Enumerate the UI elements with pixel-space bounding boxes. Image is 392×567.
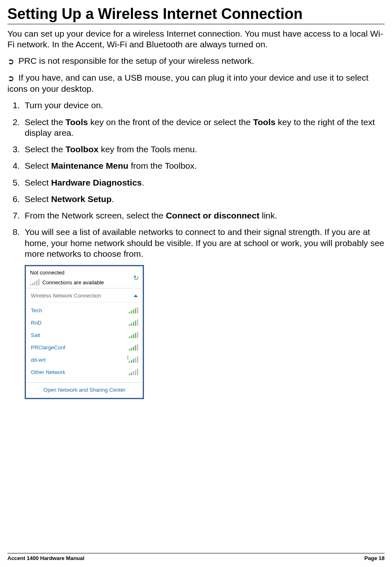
signal-strength-icon [129, 369, 138, 375]
chevron-up-icon [134, 295, 138, 297]
signal-strength-icon [129, 344, 138, 351]
refresh-icon[interactable]: ↻ [133, 275, 139, 281]
network-item[interactable]: Other Network [31, 366, 138, 378]
network-item[interactable]: dd-wrt! [31, 353, 138, 366]
step-4: Select Maintenance Menu from the Toolbox… [22, 160, 385, 171]
network-name: Salt [31, 332, 40, 338]
arrow-right-icon: ➲ [7, 73, 14, 84]
intro-paragraph: You can set up your device for a wireles… [7, 28, 385, 50]
network-name: dd-wrt [31, 357, 46, 363]
network-item[interactable]: Tech [31, 304, 138, 316]
network-item[interactable]: PRClargeConf [31, 341, 138, 353]
step-6: Select Network Setup. [22, 194, 385, 204]
open-network-center-link[interactable]: Open Network and Sharing Center [27, 382, 142, 397]
note-1-text: PRC is not responsible for the setup of … [19, 56, 254, 65]
step-2: Select the Tools key on the front of the… [22, 117, 385, 139]
arrow-right-icon: ➲ [7, 56, 14, 67]
network-flyout: Not connected Connections are available … [25, 265, 144, 399]
network-name: Other Network [31, 369, 65, 375]
connections-available-label: Connections are available [42, 279, 104, 286]
page-title: Setting Up a Wireless Internet Connectio… [7, 6, 385, 22]
network-item[interactable]: RnD [31, 316, 138, 329]
step-5: Select Hardware Diagnostics. [22, 177, 385, 188]
network-name: PRClargeConf [31, 344, 65, 351]
network-item[interactable]: Salt [31, 329, 138, 341]
signal-strength-icon [129, 319, 138, 326]
signal-strength-icon [129, 332, 138, 338]
step-1: Turn your device on. [22, 100, 385, 111]
note-2-text: If you have, and can use, a USB mouse, y… [7, 73, 369, 93]
signal-strength-icon [129, 307, 138, 314]
title-rule [7, 24, 385, 24]
network-list: TechRnDSaltPRClargeConfdd-wrt!Other Netw… [27, 302, 142, 382]
step-3: Select the Toolbox key from the Tools me… [22, 144, 385, 155]
steps-list: Turn your device on. Select the Tools ke… [7, 100, 385, 259]
not-connected-label: Not connected [30, 270, 104, 276]
wireless-section-label: Wireless Network Connection [31, 293, 101, 299]
network-name: RnD [31, 320, 42, 326]
flyout-header: Not connected Connections are available … [27, 267, 142, 288]
step-8: You will see a list of available network… [22, 227, 385, 259]
signal-warning-icon: ! [129, 356, 138, 363]
note-2: ➲ If you have, and can use, a USB mouse,… [7, 72, 385, 94]
note-1: ➲ PRC is not responsible for the setup o… [7, 56, 385, 67]
step-7: From the Network screen, select the Conn… [22, 210, 385, 221]
network-name: Tech [31, 307, 42, 314]
wireless-section-header[interactable]: Wireless Network Connection [27, 288, 142, 302]
signal-icon [30, 279, 39, 286]
